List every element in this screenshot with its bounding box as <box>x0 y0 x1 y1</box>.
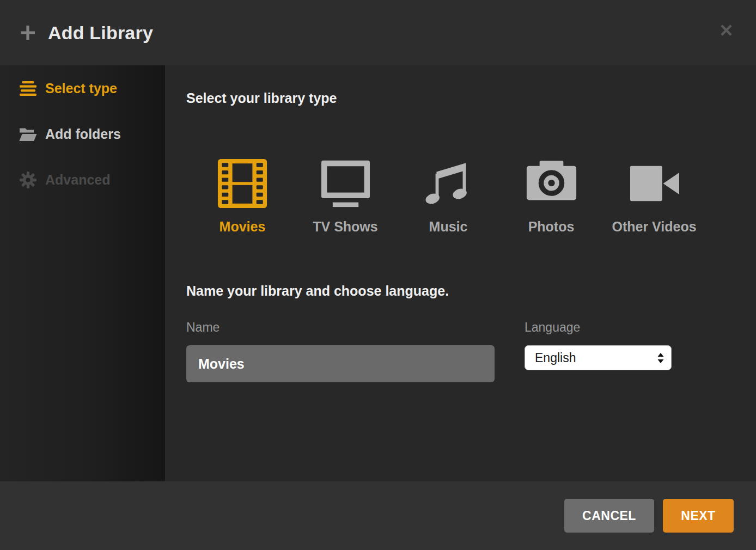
language-field-label: Language <box>525 320 580 335</box>
dialog-header: Add Library <box>0 0 756 65</box>
library-type-options: Movies TV Shows <box>201 158 696 235</box>
library-type-movies[interactable]: Movies <box>201 158 284 235</box>
camera-icon <box>526 158 577 209</box>
sidebar-item-select-type[interactable]: Select type <box>0 65 165 111</box>
close-button[interactable] <box>717 22 735 40</box>
gear-icon <box>19 172 37 188</box>
name-field-label: Name <box>186 320 220 335</box>
sidebar-item-label: Add folders <box>45 126 121 142</box>
library-type-label: Movies <box>220 219 266 235</box>
library-type-heading: Select your library type <box>186 90 337 106</box>
sidebar-item-label: Select type <box>45 81 117 96</box>
library-type-photos[interactable]: Photos <box>510 158 593 235</box>
cancel-button[interactable]: CANCEL <box>564 499 654 533</box>
close-icon <box>719 23 734 39</box>
library-type-label: Photos <box>528 219 575 235</box>
language-select-value: English <box>535 351 576 365</box>
film-strip-icon <box>217 158 267 209</box>
dialog-title: Add Library <box>48 22 153 44</box>
library-type-music[interactable]: Music <box>407 158 490 235</box>
music-note-icon <box>424 158 473 209</box>
wizard-steps-sidebar: Select type Add folders Advanc <box>0 65 165 481</box>
name-language-heading: Name your library and choose language. <box>186 283 449 299</box>
dialog-content: Select your library type <box>165 65 756 481</box>
library-type-tv-shows[interactable]: TV Shows <box>304 158 387 235</box>
list-icon <box>19 81 37 96</box>
sidebar-item-add-folders[interactable]: Add folders <box>0 111 165 157</box>
tv-icon <box>320 158 371 209</box>
next-button[interactable]: NEXT <box>663 499 734 533</box>
language-select[interactable]: English <box>525 345 672 370</box>
library-type-label: Music <box>429 219 468 235</box>
up-down-arrows-icon <box>657 353 664 363</box>
folder-open-icon <box>19 127 37 142</box>
plus-icon <box>20 25 36 41</box>
library-type-other-videos[interactable]: Other Videos <box>613 158 696 235</box>
sidebar-item-label: Advanced <box>45 172 110 188</box>
library-type-label: TV Shows <box>313 219 377 235</box>
video-camera-icon <box>629 158 680 209</box>
library-type-label: Other Videos <box>612 219 696 235</box>
dialog-footer: CANCEL NEXT <box>0 481 756 550</box>
sidebar-item-advanced: Advanced <box>0 157 165 203</box>
library-name-input[interactable] <box>186 345 495 382</box>
